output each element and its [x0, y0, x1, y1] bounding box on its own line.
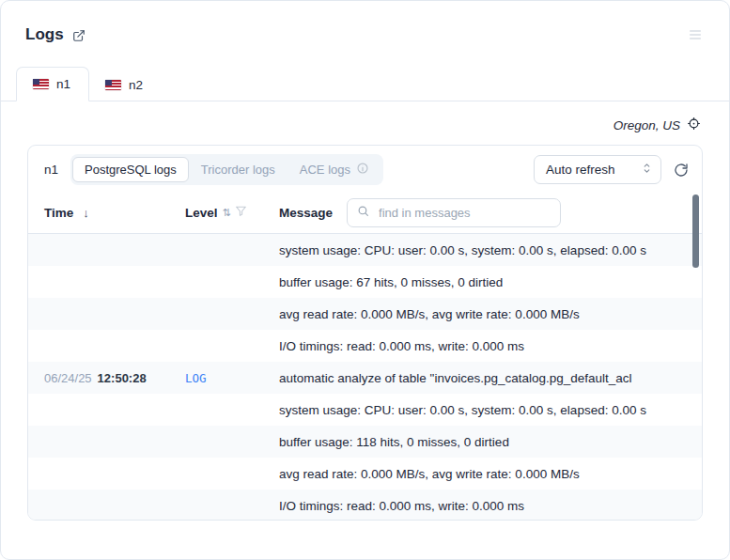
column-time-label: Time [44, 206, 73, 220]
segment-label: Tricorder logs [201, 163, 275, 177]
cell-message: buffer usage: 118 hits, 0 misses, 0 dirt… [279, 435, 691, 449]
log-source-segmented-control: PostgreSQL logs Tricorder logs ACE logs [70, 154, 383, 185]
log-row[interactable]: I/O timings: read: 0.000 ms, write: 0.00… [28, 490, 702, 521]
cell-date: 06/24/25 [44, 371, 92, 385]
tab-n1[interactable]: n1 [16, 67, 89, 101]
external-link-icon[interactable] [72, 29, 85, 42]
cell-message: avg read rate: 0.000 MB/s, avg write rat… [279, 307, 691, 321]
search-icon [357, 205, 369, 220]
tab-n2[interactable]: n2 [89, 69, 161, 101]
scrollbar-thumb[interactable] [692, 194, 699, 268]
segment-label: PostgreSQL logs [85, 163, 177, 177]
segment-label: ACE logs [300, 163, 350, 177]
log-row[interactable]: avg read rate: 0.000 MB/s, avg write rat… [28, 458, 702, 490]
logs-card: Logs n1 n2 [0, 0, 730, 560]
cell-message: buffer usage: 67 hits, 0 misses, 0 dirti… [279, 275, 691, 289]
node-tabs: n1 n2 [1, 67, 729, 101]
cell-level: LOG [185, 371, 207, 385]
filter-icon[interactable] [235, 205, 247, 220]
chevron-up-down-icon [642, 162, 652, 178]
segment-postgresql-logs[interactable]: PostgreSQL logs [72, 157, 189, 182]
segment-tricorder-logs[interactable]: Tricorder logs [189, 157, 287, 182]
auto-refresh-select[interactable]: Auto refresh [534, 155, 661, 184]
logs-toolbar: n1 PostgreSQL logs Tricorder logs ACE lo… [28, 146, 702, 192]
menu-icon[interactable] [686, 25, 705, 44]
table-header: Time ↓ Level ⇅ Message [28, 192, 702, 234]
region-label: Oregon, US [614, 118, 680, 132]
log-row[interactable]: I/O timings: read: 0.000 ms, write: 0.00… [28, 330, 702, 362]
page-title: Logs [25, 25, 64, 44]
auto-refresh-label: Auto refresh [546, 163, 615, 177]
log-row[interactable]: buffer usage: 118 hits, 0 misses, 0 dirt… [28, 426, 702, 458]
info-icon [356, 162, 369, 178]
tab-label: n2 [129, 78, 143, 92]
column-message-label: Message [279, 206, 333, 220]
refresh-icon[interactable] [672, 161, 691, 179]
us-flag-icon [33, 79, 49, 89]
log-row[interactable]: 06/24/2512:50:28 LOG automatic analyze o… [28, 362, 702, 394]
cell-message: I/O timings: read: 0.000 ms, write: 0.00… [279, 499, 691, 513]
column-level-label: Level [185, 206, 218, 220]
log-row[interactable]: system usage: CPU: user: 0.00 s, system:… [28, 234, 702, 266]
sort-desc-icon[interactable]: ↓ [83, 206, 89, 220]
cell-message: avg read rate: 0.000 MB/s, avg write rat… [279, 467, 691, 481]
log-row[interactable]: buffer usage: 67 hits, 0 misses, 0 dirti… [28, 266, 702, 298]
cell-message: automatic analyze of table "invoices.pg_… [279, 371, 691, 385]
message-search [347, 198, 561, 227]
segment-ace-logs[interactable]: ACE logs [287, 156, 381, 183]
cell-time: 12:50:28 [98, 371, 147, 385]
node-label: n1 [44, 163, 58, 177]
us-flag-icon [105, 80, 121, 90]
log-table-body: system usage: CPU: user: 0.00 s, system:… [28, 234, 702, 521]
log-row[interactable]: system usage: CPU: user: 0.00 s, system:… [28, 394, 702, 426]
log-row[interactable]: avg read rate: 0.000 MB/s, avg write rat… [28, 298, 702, 330]
geo-target-icon [687, 117, 701, 133]
region-row: Oregon, US [1, 101, 729, 145]
cell-message: I/O timings: read: 0.000 ms, write: 0.00… [279, 339, 691, 353]
tab-label: n1 [56, 77, 70, 91]
sort-icon[interactable]: ⇅ [223, 207, 230, 219]
logs-panel: n1 PostgreSQL logs Tricorder logs ACE lo… [27, 145, 703, 521]
cell-message: system usage: CPU: user: 0.00 s, system:… [279, 403, 691, 417]
search-input[interactable] [377, 205, 551, 221]
title-row: Logs [1, 1, 729, 44]
cell-message: system usage: CPU: user: 0.00 s, system:… [279, 243, 691, 257]
